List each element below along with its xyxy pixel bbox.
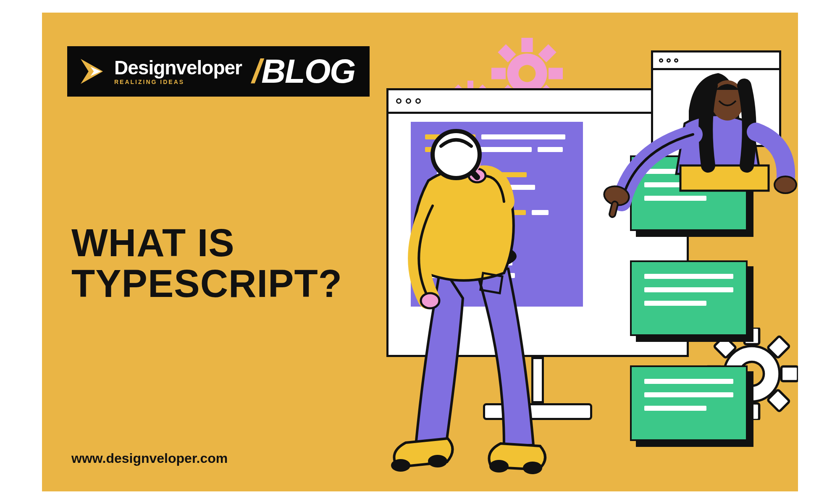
window-control-icon <box>396 98 402 104</box>
character-inspecting <box>378 139 550 475</box>
brand-tagline: REALIZING IDEAS <box>114 79 242 85</box>
note-card <box>630 365 748 441</box>
headline-line-2: TYPESCRIPT? <box>71 263 342 304</box>
svg-point-41 <box>524 463 541 473</box>
svg-point-34 <box>774 176 796 193</box>
window-control-icon <box>406 98 411 104</box>
note-card <box>630 260 748 336</box>
headline-line-1: WHAT IS <box>71 223 342 263</box>
svg-point-40 <box>491 461 507 471</box>
svg-point-39 <box>429 456 446 466</box>
headline: WHAT IS TYPESCRIPT? <box>71 223 342 304</box>
blog-cover: Designveloper REALIZING IDEAS / BLOG WHA… <box>42 13 798 491</box>
svg-rect-32 <box>680 165 769 191</box>
svg-rect-25 <box>781 366 798 381</box>
svg-point-46 <box>433 131 480 178</box>
character-pointing <box>613 60 790 203</box>
logo-text: Designveloper REALIZING IDEAS <box>114 58 242 85</box>
magnifier-icon <box>433 131 480 178</box>
svg-point-42 <box>421 293 439 308</box>
slash-icon: / <box>252 52 260 91</box>
svg-point-38 <box>392 460 409 470</box>
brand-name: Designveloper <box>114 58 242 77</box>
logo-mark-icon <box>75 55 108 88</box>
blog-text: BLOG <box>261 52 355 91</box>
illustration <box>361 38 781 483</box>
site-url: www.designveloper.com <box>71 451 228 466</box>
svg-point-11 <box>519 65 536 82</box>
svg-rect-3 <box>521 38 533 52</box>
blog-label: / BLOG <box>252 52 355 91</box>
window-control-icon <box>415 98 421 104</box>
svg-rect-6 <box>549 68 563 79</box>
svg-rect-5 <box>491 68 506 79</box>
logo-badge: Designveloper REALIZING IDEAS / BLOG <box>67 46 370 97</box>
svg-rect-13 <box>467 81 473 88</box>
